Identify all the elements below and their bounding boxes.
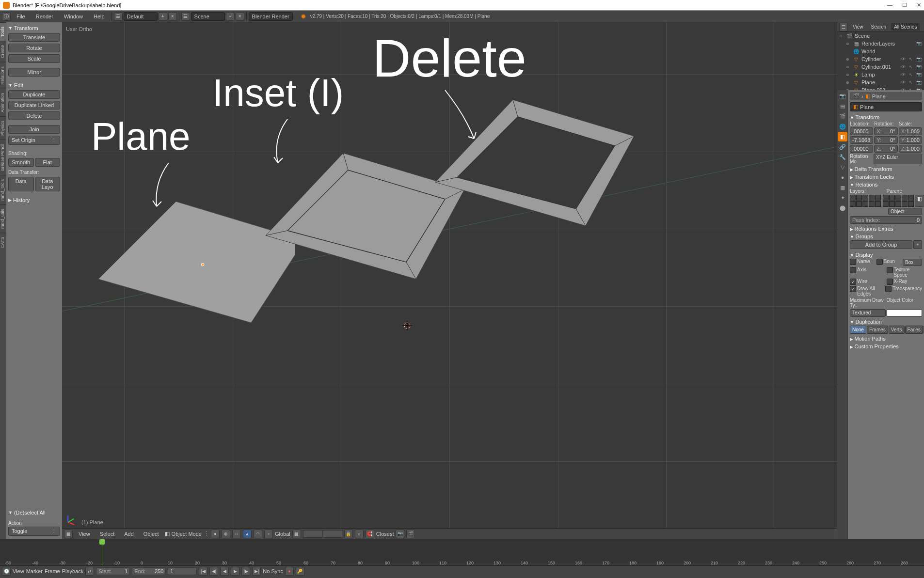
manip-rotate-icon[interactable]: ◠ xyxy=(254,530,262,538)
mode-dropdown[interactable]: ◧Object Mode⋮ xyxy=(165,531,209,537)
parent-type-dropdown[interactable]: Object xyxy=(888,208,922,215)
manip-scale-icon[interactable]: ▫ xyxy=(264,530,273,538)
display-texspace-checkbox[interactable] xyxy=(887,267,893,273)
prop-tab-object[interactable]: ◧ xyxy=(838,132,847,141)
scl-x-field[interactable]: X:1.000 xyxy=(899,127,922,135)
range-toggle-icon[interactable]: ⇄ xyxy=(85,567,94,576)
render-icon[interactable]: 📷 xyxy=(915,63,922,70)
dup-frames-tab[interactable]: Frames xyxy=(867,326,888,334)
menu-window[interactable]: Window xyxy=(59,13,88,20)
layer-grid-icon[interactable]: ▦ xyxy=(292,530,301,538)
render-anim-icon[interactable]: 🎬 xyxy=(406,530,415,538)
editor-type-icon[interactable]: ▦ xyxy=(64,530,73,538)
prop-tab-texture[interactable]: ▦ xyxy=(838,183,847,192)
prop-tab-data[interactable]: ▽ xyxy=(838,162,847,172)
outliner[interactable]: ⊖🎬Scene ⊕▤RenderLayers📷 🌐World ⊕▽Cylinde… xyxy=(837,32,924,90)
prop-tab-scene[interactable]: 🎬 xyxy=(838,111,847,121)
start-frame-field[interactable]: Start:1 xyxy=(96,567,130,575)
timeline-editor-icon[interactable]: 🕐 xyxy=(2,567,11,576)
cursor-icon[interactable]: ↖ xyxy=(908,71,914,78)
display-bounds-checkbox[interactable] xyxy=(876,259,883,265)
prop-duplication-header[interactable]: Duplication xyxy=(850,318,922,326)
join-button[interactable]: Join xyxy=(8,125,60,134)
cursor-icon[interactable]: ↖ xyxy=(908,79,914,86)
outliner-item[interactable]: Cylinder.001 xyxy=(861,64,898,70)
cursor-icon[interactable]: ↖ xyxy=(908,56,914,62)
jump-start-icon[interactable]: |◀ xyxy=(199,567,207,576)
render-icon[interactable]: 📷 xyxy=(915,79,922,86)
scene-browse-icon[interactable]: ☰ xyxy=(181,12,190,21)
panel-edit-header[interactable]: Edit xyxy=(8,81,60,89)
outliner-item[interactable]: RenderLayers xyxy=(861,41,913,47)
lock-layers-icon[interactable]: 🔒 xyxy=(344,530,353,538)
mirror-button[interactable]: Mirror xyxy=(8,68,60,77)
prop-delta-header[interactable]: Delta Transform xyxy=(850,165,922,173)
outliner-scene[interactable]: Scene xyxy=(855,33,922,39)
maximize-button[interactable]: ☐ xyxy=(902,2,907,8)
play-icon[interactable]: ▶ xyxy=(231,567,239,576)
outliner-tab-all[interactable]: All Scenes xyxy=(891,23,920,31)
minimize-button[interactable]: — xyxy=(887,2,892,8)
prop-motion-header[interactable]: Motion Paths xyxy=(850,335,922,343)
menu-render[interactable]: Render xyxy=(31,13,58,20)
vtab-mmd-tools[interactable]: mmd_tools xyxy=(0,175,6,204)
delete-button[interactable]: Delete xyxy=(8,111,60,120)
prop-tab-constraints[interactable]: 🔗 xyxy=(838,142,847,152)
play-reverse-icon[interactable]: ◀ xyxy=(220,567,229,576)
display-xray-checkbox[interactable] xyxy=(887,279,893,285)
prop-relextras-header[interactable]: Relations Extras xyxy=(850,225,922,233)
3d-viewport[interactable]: User Ortho Plane Inset (I) Delete xyxy=(62,22,837,539)
outliner-editor-icon[interactable]: ☲ xyxy=(839,23,848,31)
rot-y-field[interactable]: Y:0° xyxy=(874,136,897,144)
vtab-grease-pencil[interactable]: Grease Pencil xyxy=(0,140,6,175)
vp-menu-add[interactable]: Add xyxy=(120,530,138,538)
display-name-checkbox[interactable] xyxy=(850,259,856,265)
eye-icon[interactable]: 👁 xyxy=(900,87,907,90)
maxdraw-dropdown[interactable]: Textured xyxy=(850,309,886,317)
snap-magnet-icon[interactable]: 🧲 xyxy=(366,530,374,538)
render-icon[interactable]: 📷 xyxy=(915,56,922,62)
loc-x-field[interactable]: .00000 xyxy=(850,127,873,135)
data-button[interactable]: Data xyxy=(8,177,34,191)
prop-relations-header[interactable]: Relations xyxy=(850,181,922,188)
close-button[interactable]: ✕ xyxy=(917,2,921,8)
action-dropdown[interactable]: Toggle⋮ xyxy=(8,527,60,536)
remove-layout-button[interactable]: × xyxy=(168,12,177,21)
rot-z-field[interactable]: Z:0° xyxy=(874,145,897,153)
render-icon[interactable]: 📷 xyxy=(915,71,922,78)
display-drawall-checkbox[interactable] xyxy=(850,286,856,292)
shade-flat-button[interactable]: Flat xyxy=(35,158,61,167)
shade-smooth-button[interactable]: Smooth xyxy=(8,158,34,167)
scale-button[interactable]: Scale xyxy=(8,54,60,63)
object-color-field[interactable] xyxy=(887,309,922,317)
timeline-cursor[interactable] xyxy=(102,539,102,565)
prop-custom-header[interactable]: Custom Properties xyxy=(850,343,922,350)
panel-transform-header[interactable]: Transform xyxy=(8,24,60,32)
passindex-field[interactable]: Pass Index:0 xyxy=(850,216,922,224)
vtab-mmd-utils[interactable]: mmd_utils xyxy=(0,204,6,233)
rotate-button[interactable]: Rotate xyxy=(8,44,60,52)
scene-field[interactable]: Scene xyxy=(191,12,225,21)
outliner-tab-search[interactable]: Search xyxy=(868,23,890,31)
snap-target-dropdown[interactable]: Closest xyxy=(376,531,394,537)
current-frame-field[interactable]: 1 xyxy=(168,567,197,575)
eye-icon[interactable]: 👁 xyxy=(900,71,907,78)
dup-none-tab[interactable]: None xyxy=(850,326,866,334)
vtab-physics[interactable]: Physics xyxy=(0,116,6,140)
screen-layout-field[interactable]: Default xyxy=(124,12,158,21)
outliner-item[interactable]: World xyxy=(861,48,922,54)
bounds-type-dropdown[interactable]: Box xyxy=(903,259,922,266)
layers-icons[interactable] xyxy=(303,530,342,538)
duplicate-linked-button[interactable]: Duplicate Linked xyxy=(8,101,60,109)
info-editor-icon[interactable]: ⓘ xyxy=(2,12,11,21)
layers-grid[interactable] xyxy=(850,195,914,207)
display-wire-checkbox[interactable] xyxy=(850,279,856,285)
data-layout-button[interactable]: Data Layo xyxy=(35,177,61,191)
scl-z-field[interactable]: Z:1.000 xyxy=(899,145,922,153)
vtab-cats[interactable]: CATS xyxy=(0,233,6,252)
prop-locks-header[interactable]: Transform Locks xyxy=(850,173,922,181)
vp-menu-view[interactable]: View xyxy=(75,530,94,538)
add-scene-button[interactable]: + xyxy=(226,12,235,21)
eye-icon[interactable]: 👁 xyxy=(900,63,907,70)
remove-scene-button[interactable]: × xyxy=(236,12,244,21)
